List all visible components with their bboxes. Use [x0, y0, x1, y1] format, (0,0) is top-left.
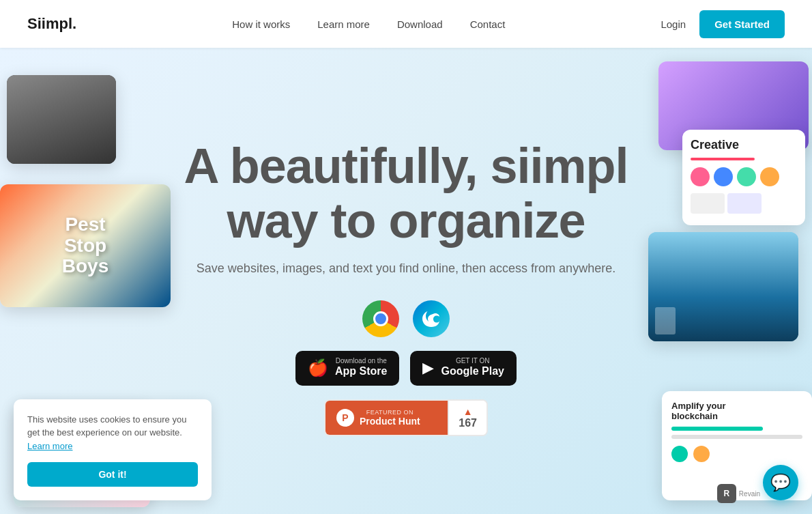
hero-content: A beautifully, siimpl way to organize Sa…	[184, 139, 628, 436]
chrome-inner	[373, 311, 388, 326]
nav-contact[interactable]: Contact	[470, 18, 506, 30]
app-store-name: App Store	[335, 365, 387, 379]
navbar: Siimpl . How it works Learn more Downloa…	[0, 0, 812, 48]
apple-icon: 🍎	[308, 358, 328, 377]
ph-p-icon: P	[336, 409, 354, 427]
card-colorful: PestStopBoys	[0, 184, 171, 307]
card-creative-title: Creative	[691, 138, 797, 152]
chrome-icon[interactable]	[362, 300, 399, 337]
ph-upvote-count: 167	[459, 417, 477, 429]
chat-bubble-button[interactable]: 💬	[763, 465, 798, 500]
revain-icon: R	[717, 484, 736, 503]
app-store-text: Download on the App Store	[335, 358, 387, 379]
nav-right: Login Get Started	[661, 10, 785, 38]
play-icon: ▶	[422, 359, 434, 377]
product-hunt-badge[interactable]: P FEATURED ON Product Hunt ▲ 167	[324, 399, 488, 436]
edge-svg	[420, 308, 442, 330]
card-colorful-text: PestStopBoys	[62, 214, 108, 277]
revain-watermark: R Revain	[717, 484, 760, 503]
card-blockchain-title: Amplify yourblockchain	[671, 401, 802, 421]
logo[interactable]: Siimpl .	[27, 15, 76, 33]
card-creative-bar	[691, 158, 755, 160]
nav-download[interactable]: Download	[397, 18, 443, 30]
ph-text: FEATURED ON Product Hunt	[360, 409, 420, 427]
chat-icon: 💬	[770, 473, 791, 492]
hero-title: A beautifully, siimpl way to organize	[184, 139, 628, 247]
browser-icons	[184, 300, 628, 337]
app-store-sub: Download on the	[335, 358, 387, 365]
ph-featured-label: FEATURED ON	[360, 409, 420, 416]
ph-badge-right: ▲ 167	[448, 401, 487, 435]
card-bw	[7, 75, 116, 164]
nav-learn-more[interactable]: Learn more	[317, 18, 370, 30]
logo-text: Siimpl	[27, 15, 72, 33]
google-play-sub: GET IT ON	[441, 358, 504, 365]
nav-how-it-works[interactable]: How it works	[232, 18, 290, 30]
hero-subtitle: Save websites, images, and text you find…	[184, 261, 628, 276]
card-scene	[648, 232, 798, 341]
get-started-button[interactable]: Get Started	[699, 10, 785, 38]
cookie-learn-more-link[interactable]: Learn more	[27, 441, 72, 451]
card-creative: Creative	[682, 130, 805, 225]
card-creative-dots	[691, 167, 797, 186]
cookie-banner: This website uses cookies to ensure you …	[14, 399, 212, 501]
card-progress-bar1	[671, 427, 763, 431]
store-buttons: 🍎 Download on the App Store ▶ GET IT ON …	[184, 351, 628, 386]
nav-links: How it works Learn more Download Contact	[232, 18, 505, 30]
ph-arrow-icon: ▲	[463, 406, 473, 417]
cookie-accept-button[interactable]: Got it!	[27, 462, 198, 487]
google-play-button[interactable]: ▶ GET IT ON Google Play	[410, 351, 516, 386]
ph-name: Product Hunt	[360, 416, 420, 427]
login-link[interactable]: Login	[661, 18, 686, 30]
cookie-text: This website uses cookies to ensure you …	[27, 413, 198, 453]
app-store-button[interactable]: 🍎 Download on the App Store	[295, 351, 399, 386]
logo-dot: .	[72, 15, 76, 33]
google-play-name: Google Play	[441, 365, 504, 379]
ph-badge-left: P FEATURED ON Product Hunt	[325, 401, 448, 435]
google-play-text: GET IT ON Google Play	[441, 358, 504, 379]
edge-icon[interactable]	[413, 300, 450, 337]
card-progress-bar2	[671, 435, 802, 439]
revain-label: Revain	[739, 490, 760, 498]
